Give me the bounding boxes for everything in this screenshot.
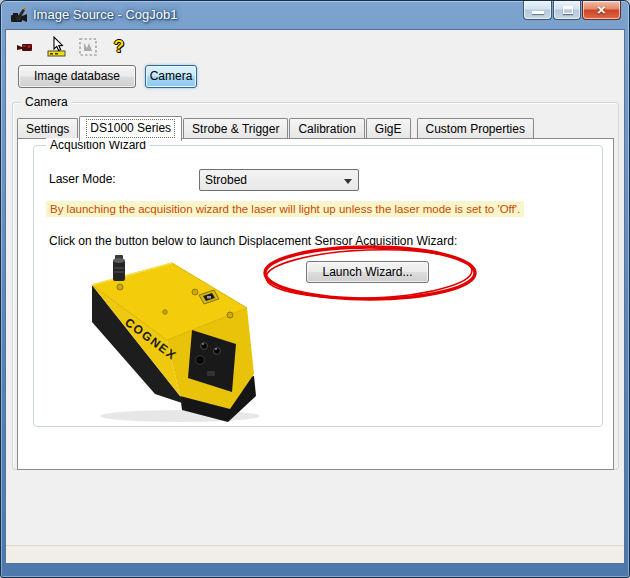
launch-instruction-text: Click on the button below to launch Disp… [49,234,457,248]
window-title: Image Source - CogJob1 [33,7,178,22]
window-controls: × [522,1,621,20]
launch-wizard-button[interactable]: Launch Wizard... [306,261,429,283]
image-source-window: Image Source - CogJob1 × [0,0,630,578]
tab-calibration[interactable]: Calibration [289,118,364,139]
tab-gige[interactable]: GigE [366,118,411,139]
close-icon: × [583,1,620,19]
tab-settings[interactable]: Settings [17,118,78,139]
acquisition-wizard-groupbox: Acqusition Wizard Laser Mode: Strobed By… [33,145,603,427]
tab-ds1000-label: DS1000 Series [86,119,175,138]
ds1000-sensor-image: COGNEX [80,254,270,424]
help-glyph: ? [114,37,124,57]
ds1000-tab-page: Acqusition Wizard Laser Mode: Strobed By… [17,138,614,470]
minimize-icon [532,11,544,14]
camera-button[interactable]: Camera [145,65,197,88]
camera-groupbox: Camera Settings DS1000 Series Strobe & T… [12,102,619,470]
toolbar: ? [14,34,131,60]
image-region-icon[interactable] [76,35,100,59]
image-database-button[interactable]: Image database [18,65,136,88]
tab-ds1000-series[interactable]: DS1000 Series [79,116,182,141]
tab-strip: Settings DS1000 Series Strobe & Trigger … [17,116,535,139]
app-stamp-icon [10,7,28,24]
tab-custom-properties[interactable]: Custom Properties [417,118,534,139]
chevron-down-icon [344,179,352,184]
laser-mode-label: Laser Mode: [49,172,116,186]
laser-warning-text: By launching the acquisition wizard the … [46,201,524,217]
client-area: ? Image database Camera Camera Settings … [5,29,625,564]
help-icon[interactable]: ? [107,35,131,59]
maximize-icon [563,6,573,14]
live-display-icon[interactable] [45,35,69,59]
tab-strobe-trigger[interactable]: Strobe & Trigger [183,118,288,139]
maximize-button[interactable] [553,1,581,20]
acquire-camera-icon[interactable] [14,35,38,59]
titlebar[interactable]: Image Source - CogJob1 × [1,1,629,29]
minimize-button[interactable] [523,1,552,20]
camera-groupbox-label: Camera [21,95,72,109]
status-strip [6,545,624,563]
close-button[interactable]: × [582,1,621,20]
laser-mode-select[interactable]: Strobed [199,169,359,191]
laser-mode-value: Strobed [205,173,247,187]
